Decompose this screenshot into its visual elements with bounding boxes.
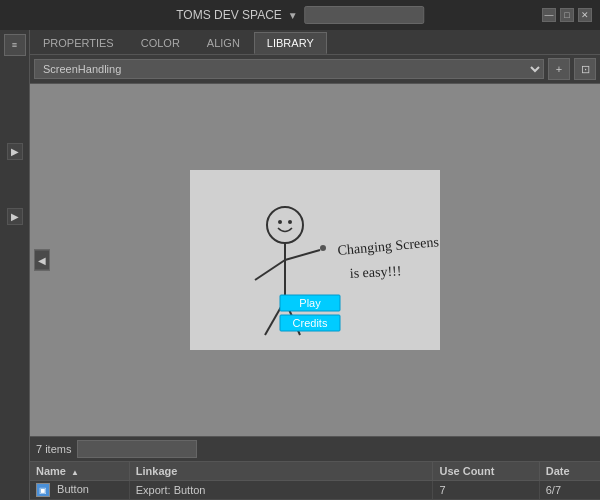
library-search-input[interactable] [77,440,197,458]
item-icon: ▣ [36,483,50,497]
cell-linkage: Export: Button [129,480,433,499]
col-header-date[interactable]: Date [539,462,600,481]
left-panel-arrow-down2[interactable]: ▶ [7,208,23,225]
close-button[interactable]: ✕ [578,8,592,22]
tabs-bar: PROPERTIES COLOR ALIGN LIBRARY [30,30,600,55]
app-title: TOMS DEV SPACE [176,8,282,22]
add-item-button[interactable]: + [548,58,570,80]
preview-canvas: Changing Screens is easy!!! Play Credits [190,170,440,350]
title-search-input[interactable] [304,6,424,24]
title-bar-center: TOMS DEV SPACE ▼ [176,6,424,24]
left-panel-menu-icon[interactable]: ≡ [4,34,26,56]
col-header-linkage[interactable]: Linkage [129,462,433,481]
bottom-panel: 7 items Name ▲ Linkage Use Count [30,436,600,500]
title-bar: TOMS DEV SPACE ▼ — □ ✕ [0,0,600,30]
cell-date: 6/7 [539,480,600,499]
tab-properties[interactable]: PROPERTIES [30,32,127,54]
col-header-name[interactable]: Name ▲ [30,462,129,481]
title-dropdown-icon[interactable]: ▼ [288,10,298,21]
preview-area: Changing Screens is easy!!! Play Credits… [30,84,600,436]
item-name-label: Button [57,483,89,495]
main-layout: ≡ ▶ ▶ PROPERTIES COLOR ALIGN LIBRARY Scr… [0,30,600,500]
library-table-container[interactable]: Name ▲ Linkage Use Count Date ▣ Button E… [30,462,600,500]
tab-color[interactable]: COLOR [128,32,193,54]
svg-point-3 [288,220,292,224]
svg-text:Play: Play [299,297,321,309]
svg-text:is easy!!!: is easy!!! [349,263,401,281]
sort-arrow-icon: ▲ [71,468,79,477]
title-controls: — □ ✕ [542,8,592,22]
library-toolbar: ScreenHandling + ⊡ [30,55,600,84]
left-panel: ≡ ▶ ▶ [0,30,30,500]
tab-align[interactable]: ALIGN [194,32,253,54]
scene-select[interactable]: ScreenHandling [34,59,544,79]
tab-library[interactable]: LIBRARY [254,32,327,54]
library-table: Name ▲ Linkage Use Count Date ▣ Button E… [30,462,600,500]
svg-point-9 [320,245,326,251]
table-row[interactable]: ▣ Button Export: Button 7 6/7 [30,480,600,499]
maximize-button[interactable]: □ [560,8,574,22]
svg-point-2 [278,220,282,224]
cell-name: ▣ Button [30,480,129,499]
toolbar-icon1[interactable]: ⊡ [574,58,596,80]
svg-text:Credits: Credits [293,317,328,329]
cell-usecount: 7 [433,480,539,499]
left-panel-arrow-down[interactable]: ▶ [7,143,23,160]
content-area: PROPERTIES COLOR ALIGN LIBRARY ScreenHan… [30,30,600,500]
preview-scroll-left[interactable]: ◀ [34,249,50,270]
items-count: 7 items [36,443,71,455]
minimize-button[interactable]: — [542,8,556,22]
library-bottom-toolbar: 7 items [30,437,600,462]
col-header-usecount[interactable]: Use Count [433,462,539,481]
